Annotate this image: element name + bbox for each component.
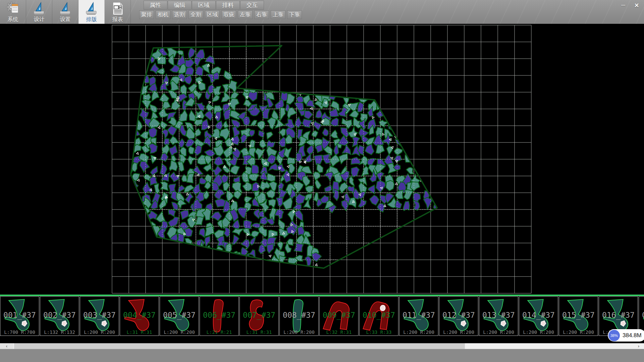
part-id-label: 008_#37 <box>280 311 318 319</box>
part-tile-001_#37[interactable]: 001_#37L:700 R:700 <box>0 296 39 336</box>
toolbar: 系统设计设置排版报表 属性编辑区域排料交互 聚排相机选割全割区域瑕疵左靠右靠上靠… <box>0 0 644 24</box>
menu-tab-1[interactable]: 属性 <box>144 1 167 10</box>
part-id-label: 001_#37 <box>0 311 39 319</box>
part-id-label: 012_#37 <box>439 311 478 319</box>
scroll-right-icon[interactable]: › <box>634 343 643 349</box>
part-tile-015_#37[interactable]: 015_#37L:200 R:200 <box>559 296 598 336</box>
tool-button-5[interactable]: 区域 <box>205 10 220 19</box>
part-id-label: 003_#37 <box>80 311 119 319</box>
memory-percent-indicator: 38% <box>608 330 620 341</box>
launcher-item-label: 设置 <box>60 16 71 23</box>
part-tile-012_#37[interactable]: 012_#37L:200 R:200 <box>439 296 478 336</box>
part-tile-010_#37[interactable]: 010_#37L:33 R:33 <box>359 296 398 336</box>
part-tile-003_#37[interactable]: 003_#37L:200 R:200 <box>80 296 119 336</box>
gear-document-icon <box>6 1 20 16</box>
part-lr-count-label: L:200 R:200 <box>519 329 558 335</box>
part-id-label: 013_#37 <box>479 311 518 319</box>
part-id-label: 011_#37 <box>399 311 438 319</box>
parts-tile-list: 001_#37L:700 R:700002_#37L:132 R:132003_… <box>0 296 644 336</box>
tool-button-bar: 聚排相机选割全割区域瑕疵左靠右靠上靠下靠 <box>139 10 304 19</box>
part-lr-count-label: L:200 R:200 <box>479 329 518 335</box>
nesting-canvas[interactable] <box>0 24 644 295</box>
part-lr-count-label: L:33 R:33 <box>360 329 398 335</box>
part-lr-count-label: L:200 R:200 <box>399 329 438 335</box>
part-id-label: 014_#37 <box>519 311 558 319</box>
part-lr-count-label: L:132 R:132 <box>40 329 79 335</box>
menu-tab-3[interactable]: 区域 <box>192 1 216 10</box>
part-tile-007_#37[interactable]: 007_#37L:31 R:31 <box>239 296 279 336</box>
memory-usage-badge: 38% 384.8M <box>608 329 644 342</box>
part-lr-count-label: L:31 R:31 <box>240 329 278 335</box>
part-tile-013_#37[interactable]: 013_#37L:200 R:200 <box>479 296 518 336</box>
part-lr-count-label: L:200 R:200 <box>80 329 119 335</box>
menu-tab-2[interactable]: 编辑 <box>168 1 192 10</box>
part-id-label: 007_#37 <box>240 311 278 319</box>
part-id-label: 009_#37 <box>320 311 358 319</box>
launcher-item-1[interactable]: 系统 <box>0 0 26 24</box>
horizontal-scrollbar: ‹ › <box>0 343 644 349</box>
nesting-canvas-area <box>0 24 644 295</box>
part-id-label: 004_#37 <box>120 311 159 319</box>
part-id-label: 010_#37 <box>360 311 398 319</box>
launcher-item-5[interactable]: 报表 <box>105 0 131 24</box>
part-id-label: 017_#37 <box>639 311 644 319</box>
part-tile-006_#37[interactable]: 006_#37L:21 R:21 <box>200 296 239 336</box>
launcher-item-3[interactable]: 设置 <box>52 0 78 24</box>
minimize-icon[interactable]: ─ <box>618 1 629 10</box>
status-bar <box>0 349 644 362</box>
report-icon <box>110 1 125 16</box>
part-tile-014_#37[interactable]: 014_#37L:200 R:200 <box>519 296 558 336</box>
part-tile-008_#37[interactable]: 008_#37L:200 R:200 <box>279 296 319 336</box>
part-id-label: 002_#37 <box>40 311 79 319</box>
part-lr-count-label: L:31 R:31 <box>120 329 159 335</box>
tool-button-9[interactable]: 上靠 <box>271 10 285 19</box>
part-lr-count-label: L:21 R:21 <box>200 329 238 335</box>
set-square-icon <box>32 1 47 16</box>
launcher-item-label: 排版 <box>86 16 97 23</box>
part-lr-count-label: L:200 R:200 <box>160 329 199 335</box>
part-id-label: 006_#37 <box>200 311 238 319</box>
part-lr-count-label: L:700 R:700 <box>0 329 39 335</box>
launcher-item-2[interactable]: 设计 <box>26 0 52 24</box>
part-lr-count-label: L:200 R:200 <box>280 329 318 335</box>
part-tile-004_#37[interactable]: 004_#37L:31 R:31 <box>120 296 159 336</box>
tool-button-4[interactable]: 全割 <box>189 10 203 19</box>
memory-size-label: 384.8M <box>623 332 642 339</box>
part-tile-009_#37[interactable]: 009_#37L:32 R:31 <box>319 296 359 336</box>
tool-button-10[interactable]: 下靠 <box>287 10 302 19</box>
part-id-label: 005_#37 <box>160 311 199 319</box>
tool-button-6[interactable]: 瑕疵 <box>221 10 236 19</box>
launcher-item-label: 报表 <box>112 16 123 23</box>
part-lr-count-label: L:32 R:31 <box>320 329 358 335</box>
tool-button-8[interactable]: 右靠 <box>254 10 269 19</box>
part-id-label: 016_#37 <box>599 311 638 319</box>
part-tile-002_#37[interactable]: 002_#37L:132 R:132 <box>40 296 79 336</box>
scrollbar-thumb[interactable] <box>14 343 465 349</box>
set-square-icon <box>84 1 99 16</box>
application-window: 系统设计设置排版报表 属性编辑区域排料交互 聚排相机选割全割区域瑕疵左靠右靠上靠… <box>0 0 644 362</box>
part-lr-count-label: L:200 R:200 <box>439 329 478 335</box>
launcher-item-label: 系统 <box>8 16 18 23</box>
menu-tab-5[interactable]: 交互 <box>240 1 264 10</box>
scroll-left-icon[interactable]: ‹ <box>0 343 13 349</box>
tool-button-3[interactable]: 选割 <box>172 10 187 19</box>
part-tile-011_#37[interactable]: 011_#37L:200 R:200 <box>399 296 438 336</box>
parts-strip: 001_#37L:700 R:700002_#37L:132 R:132003_… <box>0 295 644 336</box>
launcher-item-4[interactable]: 排版 <box>78 0 105 24</box>
part-lr-count-label: L:200 R:200 <box>559 329 598 335</box>
tool-button-2[interactable]: 相机 <box>156 10 170 19</box>
close-icon[interactable]: ✕ <box>631 1 642 10</box>
tool-button-7[interactable]: 左靠 <box>238 10 253 19</box>
menu-tab-bar: 属性编辑区域排料交互 <box>144 1 264 10</box>
launcher-bar: 系统设计设置排版报表 <box>0 0 131 24</box>
set-square-icon <box>58 1 73 16</box>
menu-tab-4[interactable]: 排料 <box>216 1 240 10</box>
part-id-label: 015_#37 <box>559 311 598 319</box>
part-tile-005_#37[interactable]: 005_#37L:200 R:200 <box>160 296 199 336</box>
tool-button-1[interactable]: 聚排 <box>139 10 154 19</box>
window-controls: ─ ✕ <box>618 1 642 10</box>
launcher-item-label: 设计 <box>34 16 45 23</box>
